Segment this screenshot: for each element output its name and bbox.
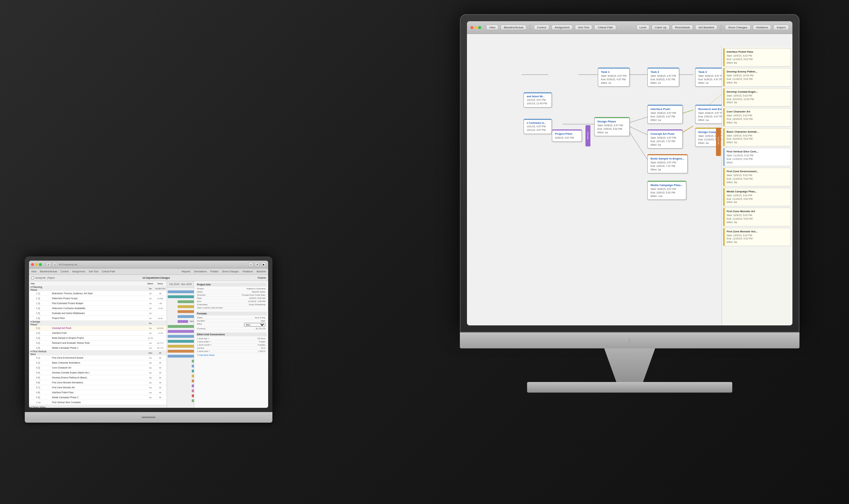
mb-accept-icon[interactable]: ✓ [248,262,253,267]
mb-month-row: months 52.0 [196,347,267,350]
task-row-4-3[interactable]: 4.3) Core Character Art 3w 0h [29,365,167,370]
first-zone-monster-art-card[interactable]: First Zone Monster Art Start: 10/5/15, 5… [723,208,791,226]
task-row-demo[interactable]: ▾ Demo Video [29,405,167,408]
mb-simulations-tab[interactable]: Simulations [194,270,207,273]
toolbar-level[interactable]: Level [636,25,649,30]
first-zone-env-card[interactable]: First Zone Environment... Start: 10/5/15… [723,168,791,186]
mb-minimize-button[interactable] [35,263,38,266]
toolbar-view[interactable]: View [486,25,498,30]
mb-week-value[interactable]: 4 weeks [258,344,265,346]
toolbar-assignment[interactable]: Assignment [551,25,573,30]
task-row-4-5[interactable]: 4.5) Develop Enemy Pathing AI (Basic) 3w… [29,375,167,380]
mb-select-all-check[interactable] [31,277,34,279]
task2-node[interactable]: Task 2 Start: 9/28/15, 4:57 PMEnd: 9/29/… [647,68,679,87]
task-row-3-4[interactable]: 3.4) Research and Evaluate Testing Tools… [29,341,167,346]
interface-polish-card[interactable]: Interface Polish Pass Start: 10/5/15, 5:… [723,48,791,66]
task1-node[interactable]: Task 1 Start: 9/28/15, 4:57 PMEnd: 9/29/… [598,68,630,87]
mb-publish-tab[interactable]: Publish [210,270,218,273]
mb-edit-workweek[interactable]: ✎ Edit Work Week [196,353,267,357]
task-row-4-6[interactable]: 4.6) First Zone Monster Animations 3w 0h [29,380,167,385]
task-row-4-4[interactable]: 4.4) Develop Combat Engine (Alpha Ver.) … [29,370,167,375]
mb-day-value[interactable]: 5 days [259,341,265,343]
enemy-pathing-card[interactable]: Develop Enemy Pathin... Start: 10/5/15, … [723,68,791,86]
gantt-bar-fvs [168,355,194,358]
first-vert-slice-com-card[interactable]: First Vertical Slice Com... Start: 11/16… [723,148,791,166]
mb-duration-value[interactable]: days [261,320,265,322]
toolbar-violations[interactable]: Violations [753,25,772,30]
toolbar-showchanges[interactable]: Show Changes [725,25,750,30]
task-row-4-8[interactable]: 4.8) Interface Polish Pass 3w 0h [29,390,167,395]
mb-control-tab[interactable]: Control [60,270,69,273]
build-sample-node[interactable]: Build Sample In-Engine... Start: 9/28/15… [647,154,688,173]
task-row-4-10[interactable]: 4.10) First Vertical Slice Complete [29,400,167,405]
mb-toolbar-icon2[interactable]: ◻ [52,262,57,267]
mb-maximize-button[interactable] [39,263,42,266]
core-character-art-card[interactable]: Core Character Art Start: 10/5/15, 5:02 … [723,108,791,126]
mb-year-value[interactable]: 1,920.0 [258,350,265,352]
first-zone-monster-ani-card[interactable]: First Zone Monster Ani... Start: 10/5/15… [723,228,791,246]
toolbar-critical[interactable]: Critical Path [594,25,616,30]
mb-close-button[interactable] [31,263,34,266]
media-campaign-node[interactable]: Media Campaign Phas... Start: 9/28/15, 4… [647,181,686,200]
close-button[interactable] [470,26,473,29]
task-row-3-5[interactable]: 3.5) Media Campaign Phase 1 1w 3d 7.7h [29,346,167,351]
task-row-1-4[interactable]: 1.4) Determine Contractor Availability 2… [29,306,167,311]
task-row-fvs[interactable]: ▾ First Vertical Slice 32w 2h [29,351,167,355]
mb-reject-btn[interactable]: | Reject [47,277,55,279]
task-row-3-3[interactable]: 3.3) Build Sample In-Engine Project 1w 2… [29,336,167,341]
maximize-button[interactable] [478,26,481,29]
mb-publish-btn[interactable]: Publish [258,277,266,279]
mb-scheduling-value[interactable]: Exact Scheduling [249,303,265,306]
task-row-4-1[interactable]: 4.1) First Zone Environment Assets 3w 0h [29,355,167,360]
mb-reports-tab[interactable]: Reports [182,270,191,273]
mb-accept-all-btn[interactable]: Accept All [35,277,46,279]
mb-view-tab[interactable]: View [31,270,36,273]
toolbar-sort[interactable]: Sort Tool [575,25,592,30]
project-pitch-node[interactable]: Project Pitch 9/25/15, 4:57 PM [552,129,582,142]
mb-dates-format[interactable]: time of day [255,317,265,319]
toolbar-inspect[interactable]: Inspect [773,25,789,30]
contractor-a-node[interactable]: e Contractor A... 10/1/15, 4:57 PM10/1/1… [524,119,552,134]
mb-showchanges-tab[interactable]: Show Changes [222,270,238,273]
combat-engine-card[interactable]: Develop Combat Engin... Start: 10/5/15, … [723,88,791,106]
media-campaign-phase-card[interactable]: Media Campaign Phas... Start: 10/5/15, 5… [723,188,791,206]
basic-character-anim-card[interactable]: Basic Character Animat... Start: 10/5/15… [723,128,791,146]
mb-dates-value[interactable]: Specific Dates [252,291,265,293]
toolbar-reschedule[interactable]: Reschedule [672,25,693,30]
mb-violations-tab[interactable]: Violations [242,270,253,273]
task-row-3-1[interactable]: 3.1) Concept Art Push 2w 4d 0.5h [29,326,167,331]
interface-push-node[interactable]: Interface Push Start: 9/28/15, 4:57 PMEn… [647,105,683,124]
task-row-1-5[interactable]: 1.5) Evaluate and Select Middleware 3d [29,311,167,316]
task-row-4-9[interactable]: 4.9) Media Campaign Phase 2 3w 0h [29,395,167,400]
toolbar-catchup[interactable]: Catch Up [652,25,670,30]
select-mi-node[interactable]: and Select Mi... 10/1/15, 4:57 PM10/1/15… [524,92,552,108]
task-row-4-2[interactable]: 4.2) Basic Character Animations 3w 0h [29,360,167,365]
design-phase-node[interactable]: Design Phase Start: 9/28/15, 4:57 PMEnd:… [594,117,630,136]
task-row-design[interactable]: ▾ Design Phase 5w [29,321,167,326]
task-row-1-6[interactable]: 1.6) Project Pitch 1d 1d dh [29,316,167,321]
mb-direction-value[interactable]: Forward from Fixed Start [242,294,265,296]
mb-toolbar-icon3[interactable]: ▶ [261,262,266,267]
task-row-4-7[interactable]: 4.7) First Zone Monster Art 3w 0h [29,385,167,390]
toolbar-baseline[interactable]: Baseline/Actual [501,25,526,30]
mb-baseline-tab2[interactable]: Baseline [256,270,266,273]
task-row-3-2[interactable]: 3.2) Interface Push 2w + 8.5h [29,331,167,336]
mb-reject-icon[interactable]: ✗ [255,262,260,267]
toolbar-setbaseline[interactable]: Set Baseline [695,25,717,30]
mb-hour-value[interactable]: 8.0 hour [258,337,265,340]
task-row-1-3[interactable]: 1.3) Plan Estimated Project Budget 2d + … [29,301,167,306]
mb-effort-select[interactable]: days hours weeks [244,323,265,326]
mb-month-value[interactable]: 52.0 [261,347,265,349]
mb-assignment-tab[interactable]: Assignment [72,270,85,273]
toolbar-control[interactable]: Control [534,25,549,30]
minimize-button[interactable] [474,26,477,29]
mb-save-quicklook[interactable]: Save a Quick Look preview [197,307,223,309]
mb-sort-tab[interactable]: Sort Tool [88,270,98,273]
mb-critical-tab[interactable]: Critical Path [102,270,115,273]
task-row-planning[interactable]: ▾ Planning Phase 2w 1w 2d 4.7h [29,286,167,291]
task-row-1-1[interactable]: 1.1) Brainstorm Themes, Audience, Art St… [29,291,167,296]
mb-toolbar-icon1[interactable]: ≡ [46,262,51,267]
concept-art-push-node[interactable]: Concept Art Push Start: 9/28/15, 4:57 PM… [647,129,683,149]
task-row-1-2[interactable]: 1.2) Determine Project Scope 1d 1d 3dp [29,296,167,301]
mb-baseline-tab[interactable]: Baseline/Actual [40,270,57,273]
